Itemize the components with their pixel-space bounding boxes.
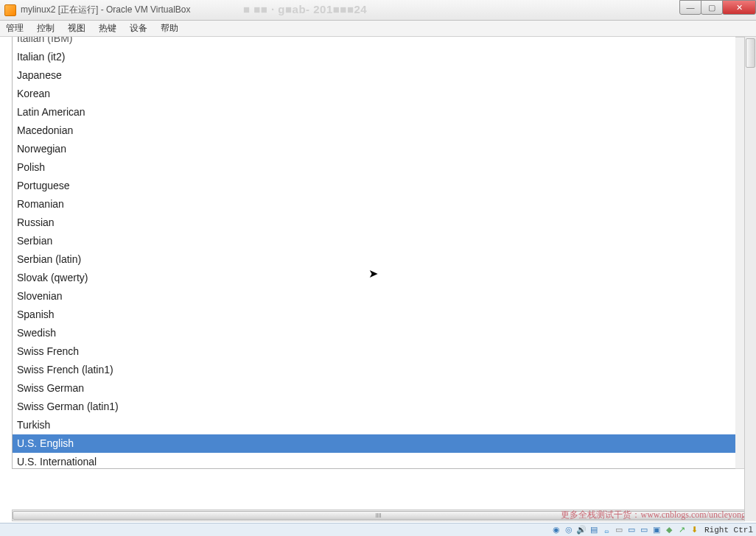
list-item[interactable]: Japanese [13,66,745,85]
list-item[interactable]: Slovak (qwerty) [13,269,745,287]
hdd-icon[interactable]: ◉ [551,525,562,535]
host-key-indicator: Right Ctrl [704,526,753,535]
list-item[interactable]: Serbian [13,232,745,250]
mouse-integration-icon[interactable]: ↗ [676,525,687,535]
list-item[interactable]: Swiss French [13,342,745,361]
cpu-icon[interactable]: ◆ [664,525,675,535]
list-item[interactable]: Macedonian [13,121,745,140]
menu-manage[interactable]: 管理 [6,22,24,35]
menubar: 管理 控制 视图 热键 设备 帮助 [0,21,756,37]
list-item[interactable]: U.S. International [13,453,745,469]
background-window-text: ■ ■■ · g■ab- 201■■■24 [243,3,367,15]
display2-icon[interactable]: ▭ [639,525,650,535]
list-item[interactable]: Italian (it2) [13,48,745,66]
optical-icon[interactable]: ◎ [564,525,575,535]
vertical-scrollbar[interactable] [744,37,756,521]
list-item[interactable]: Slovenian [13,287,745,306]
list-item[interactable]: Spanish [13,306,745,324]
list-item[interactable]: Russian [13,214,745,232]
list-item[interactable]: Serbian (latin) [13,250,745,269]
list-item[interactable]: Polish [13,158,745,177]
list-item[interactable]: Swiss French (latin1) [13,361,745,379]
shared-folder-icon[interactable]: ▭ [614,525,625,535]
usb-icon[interactable]: ⏛ [601,525,612,535]
audio-icon[interactable]: 🔊 [576,525,587,535]
titlebar[interactable]: mylinux2 [正在运行] - Oracle VM VirtualBox ■… [0,0,756,21]
list-item[interactable]: Portuguese [13,177,745,195]
menu-devices[interactable]: 设备 [130,22,147,35]
list-item[interactable]: Romanian [13,195,745,214]
list-item[interactable]: Latin American [13,103,745,121]
horizontal-scrollbar[interactable] [12,509,746,521]
list-item[interactable]: Italian (IBM) [13,37,745,48]
virtualbox-window: mylinux2 [正在运行] - Oracle VM VirtualBox ■… [0,0,756,536]
list-item[interactable]: Norwegian [13,140,745,158]
list-item[interactable]: Swiss German [13,379,745,398]
window-controls: — ▢ ✕ [680,0,756,15]
minimize-button[interactable]: — [679,0,701,15]
statusbar: ◉ ◎ 🔊 ▤ ⏛ ▭ ▭ ▭ ▣ ◆ ↗ ⬇ Right Ctrl [0,523,756,536]
menu-hotkey[interactable]: 热键 [99,22,116,35]
status-icons: ◉ ◎ 🔊 ▤ ⏛ ▭ ▭ ▭ ▣ ◆ ↗ ⬇ [551,525,700,535]
guest-content: Italian (IBM)Italian (it2)JapaneseKorean… [0,37,756,536]
list-item[interactable]: U.S. English [13,434,745,453]
maximize-button[interactable]: ▢ [701,0,723,15]
menu-view[interactable]: 视图 [68,22,85,35]
menu-help[interactable]: 帮助 [161,22,178,35]
record-icon[interactable]: ▣ [651,525,662,535]
network-icon[interactable]: ▤ [589,525,600,535]
keyboard-layout-listbox[interactable]: Italian (IBM)Italian (it2)JapaneseKorean… [12,37,746,469]
list-item[interactable]: Turkish [13,416,745,434]
window-title: mylinux2 [正在运行] - Oracle VM VirtualBox [21,4,191,16]
virtualbox-icon [4,4,16,16]
keyboard-capture-icon[interactable]: ⬇ [689,525,700,535]
list-item[interactable]: Korean [13,85,745,103]
close-button[interactable]: ✕ [722,0,756,15]
list-item[interactable]: Swedish [13,324,745,342]
list-item[interactable]: Swiss German (latin1) [13,398,745,416]
display-icon[interactable]: ▭ [626,525,637,535]
menu-control[interactable]: 控制 [37,22,55,35]
